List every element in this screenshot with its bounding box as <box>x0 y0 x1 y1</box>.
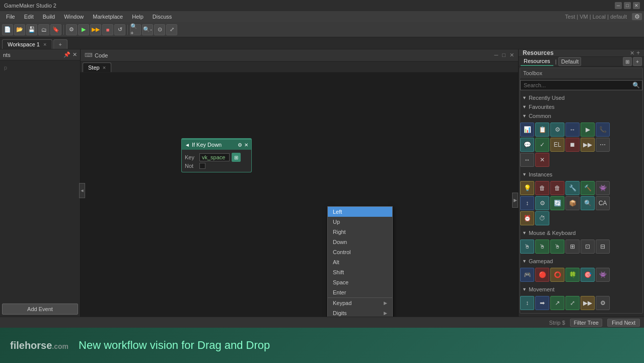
mv-icon-6[interactable]: ⚙ <box>596 296 610 310</box>
icon-destroy[interactable]: ✕ <box>535 153 549 167</box>
settings-icon[interactable]: ⚙ <box>632 13 642 20</box>
favourites-section[interactable]: Favourites <box>520 102 642 111</box>
run-button[interactable]: ▶ <box>78 24 89 35</box>
mv-icon-3[interactable]: ↗ <box>550 296 564 310</box>
maximize-button[interactable]: □ <box>624 2 631 9</box>
not-checkbox[interactable] <box>199 163 205 169</box>
ifkeydown-settings-icon[interactable]: ⚙ <box>238 142 242 148</box>
inst-icon-4[interactable]: 🔧 <box>565 181 580 195</box>
inst-icon-13[interactable]: ⏰ <box>520 211 534 225</box>
mv-icon-2[interactable]: ➡ <box>535 296 549 310</box>
bookmark-button[interactable]: 🔖 <box>50 24 61 35</box>
inst-icon-9[interactable]: 🔄 <box>550 196 564 210</box>
mk-icon-6[interactable]: ⊟ <box>596 239 610 254</box>
add-tab-button[interactable]: + <box>53 39 67 49</box>
dd-item-enter[interactable]: Enter <box>328 287 392 297</box>
inst-icon-5[interactable]: 🔨 <box>581 181 595 195</box>
inst-icon-7[interactable]: ↕ <box>520 196 534 210</box>
gp-icon-4[interactable]: 🍀 <box>565 268 580 282</box>
add-event-button[interactable]: Add Event <box>2 304 78 315</box>
icon-assign[interactable]: ✓ <box>535 138 549 152</box>
debug-button[interactable]: ▶▶ <box>90 24 101 35</box>
workspace-tab-close[interactable]: × <box>43 41 46 47</box>
dd-item-up[interactable]: Up <box>328 217 392 227</box>
code-window-maximize[interactable]: □ <box>502 52 506 58</box>
icon-comment[interactable]: 💬 <box>520 138 534 152</box>
instances-section[interactable]: Instances <box>520 170 642 179</box>
mk-icon-3[interactable]: 🖱 <box>550 239 564 254</box>
minimize-button[interactable]: ─ <box>615 2 622 9</box>
mv-icon-4[interactable]: ⤢ <box>565 296 580 310</box>
filter-tree-button[interactable]: Filter Tree <box>570 319 602 327</box>
icon-else-if[interactable]: EL <box>550 138 564 152</box>
save-all-button[interactable]: 🗂 <box>38 24 49 35</box>
icon-stop[interactable]: ⏹ <box>565 138 580 152</box>
resources-add-item-button[interactable]: + <box>633 57 642 66</box>
dd-item-right[interactable]: Right <box>328 227 392 237</box>
icon-set-var[interactable]: 📊 <box>520 123 534 137</box>
ifkeydown-title-bar[interactable]: ◄ If Key Down ⚙ ✕ <box>182 140 251 150</box>
icon-move[interactable]: ↔ <box>520 153 534 167</box>
gp-icon-5[interactable]: 🎯 <box>581 268 595 282</box>
resources-expand-button[interactable]: ⊞ <box>623 57 632 66</box>
gp-icon-1[interactable]: 🎮 <box>520 268 534 282</box>
menu-marketplace[interactable]: Marketplace <box>89 13 127 21</box>
stop-button[interactable]: ■ <box>102 24 113 35</box>
common-section[interactable]: Common <box>520 111 642 120</box>
inst-icon-11[interactable]: 🔍 <box>581 196 595 210</box>
inst-icon-6[interactable]: 👾 <box>596 181 610 195</box>
resources-tab-resources[interactable]: Resources <box>521 57 553 66</box>
fit-button[interactable]: ⤢ <box>166 24 177 35</box>
recently-used-section[interactable]: Recently Used <box>520 93 642 102</box>
resources-close-button[interactable]: ✕ <box>630 50 634 56</box>
code-canvas[interactable]: ◄ If Key Down ⚙ ✕ Key vk_space ⊞ <box>81 73 518 317</box>
dd-item-space[interactable]: Space <box>328 277 392 287</box>
step-tab[interactable]: Step × <box>83 63 111 72</box>
inst-icon-8[interactable]: ⚙ <box>535 196 549 210</box>
new-button[interactable]: 📄 <box>2 24 13 35</box>
close-button[interactable]: ✕ <box>633 2 640 9</box>
ifkeydown-close-icon[interactable]: ✕ <box>244 142 248 148</box>
icon-execute[interactable]: ▶ <box>581 123 595 137</box>
icon-get-var[interactable]: 📋 <box>535 123 549 137</box>
gp-icon-2[interactable]: 🔴 <box>535 268 549 282</box>
dd-item-alt[interactable]: Alt <box>328 257 392 267</box>
resources-add-button[interactable]: + <box>636 49 640 56</box>
mk-icon-1[interactable]: 🖱 <box>520 239 534 254</box>
inst-icon-2[interactable]: 🗑 <box>535 181 549 195</box>
zoom-reset-button[interactable]: ⊙ <box>154 24 165 35</box>
build-button[interactable]: ⚙ <box>66 24 77 35</box>
dd-item-left[interactable]: Left <box>328 207 392 217</box>
icon-extra[interactable]: ⋯ <box>596 138 610 152</box>
find-next-button[interactable]: Find Next <box>607 319 640 327</box>
icon-if[interactable]: ⚙ <box>550 123 564 137</box>
events-pin-button[interactable]: 📌 <box>63 51 70 58</box>
step-tab-close[interactable]: × <box>103 65 106 71</box>
inst-icon-14[interactable]: ⏱ <box>535 211 549 225</box>
code-window-close[interactable]: ✕ <box>510 52 514 58</box>
menu-window[interactable]: Window <box>60 13 88 21</box>
toolbox-search-input[interactable] <box>521 81 630 90</box>
icon-play[interactable]: ▶▶ <box>581 138 595 152</box>
open-button[interactable]: 📂 <box>14 24 25 35</box>
menu-build[interactable]: Build <box>39 13 59 21</box>
menu-discuss[interactable]: Discuss <box>149 13 176 21</box>
inst-icon-10[interactable]: 📦 <box>565 196 580 210</box>
mk-icon-4[interactable]: ⊞ <box>565 239 580 254</box>
code-window-minimize[interactable]: ─ <box>494 52 498 58</box>
menu-file[interactable]: File <box>2 13 19 21</box>
dd-item-keypad[interactable]: Keypad ▶ <box>328 298 392 308</box>
mouse-keyboard-section[interactable]: Mouse & Keyboard <box>520 228 642 237</box>
save-button[interactable]: 💾 <box>26 24 37 35</box>
mk-icon-5[interactable]: ⊡ <box>581 239 595 254</box>
zoom-in-button[interactable]: 🔍+ <box>130 24 141 35</box>
right-collapse-arrow[interactable]: ▶ <box>512 193 518 208</box>
inst-icon-3[interactable]: 🗑 <box>550 181 564 195</box>
inst-icon-12[interactable]: CA <box>596 196 610 210</box>
dd-item-digits[interactable]: Digits ▶ <box>328 308 392 317</box>
key-value[interactable]: vk_space <box>199 153 230 161</box>
menu-edit[interactable]: Edit <box>20 13 38 21</box>
key-picker-button[interactable]: ⊞ <box>232 153 241 162</box>
gp-icon-6[interactable]: 👾 <box>596 268 610 282</box>
mk-icon-2[interactable]: 🖱 <box>535 239 549 254</box>
